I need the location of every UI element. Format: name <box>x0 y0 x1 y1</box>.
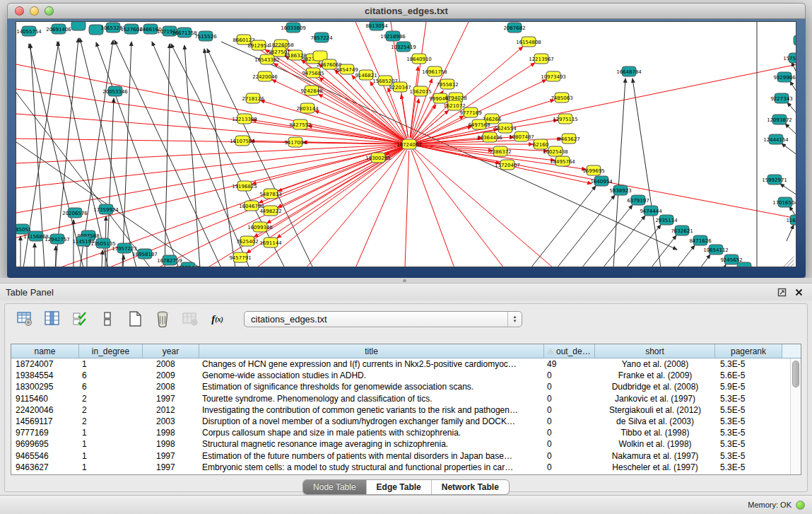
column-header-year[interactable]: year <box>143 344 199 358</box>
table-row[interactable]: 946554611997Estimation of the future num… <box>11 450 801 462</box>
panel-divider[interactable] <box>0 278 812 283</box>
column-header-name[interactable]: name <box>11 344 79 358</box>
node[interactable]: 20691406 <box>46 24 71 34</box>
scrollbar-thumb[interactable] <box>792 361 799 387</box>
svg-text:8813054: 8813054 <box>365 23 388 29</box>
column-header-short[interactable]: short <box>595 344 715 358</box>
node[interactable]: 17359924 <box>93 204 119 214</box>
column-select-icon[interactable] <box>42 310 61 328</box>
node[interactable]: 15751074 <box>783 53 796 63</box>
column-header-pagerank[interactable]: pagerank <box>715 344 782 358</box>
window-titlebar[interactable]: citations_edges.txt <box>7 3 806 19</box>
float-panel-icon[interactable] <box>777 287 787 297</box>
table-row[interactable]: 969969511998Structural magnetic resonanc… <box>11 438 801 450</box>
cited-node[interactable]: 7485063 <box>551 93 572 103</box>
cited-node[interactable]: 10973493 <box>541 71 566 81</box>
node[interactable]: 7515526 <box>194 31 217 41</box>
node[interactable]: 16648784 <box>616 66 642 76</box>
node[interactable]: 7857224 <box>310 33 333 42</box>
column-header-out_de[interactable]: △out_de… <box>544 344 595 358</box>
cited-node[interactable]: 9463627 <box>558 134 579 144</box>
node[interactable]: 12093872 <box>767 115 792 124</box>
table-row[interactable]: 2242004622012Investigating the contribut… <box>11 404 801 416</box>
table-row[interactable]: 1938455462009Genome-wide association stu… <box>11 370 801 381</box>
node[interactable]: 16782759 <box>157 255 182 265</box>
cited-node[interactable]: 9457791 <box>229 252 251 262</box>
node[interactable]: 10654112 <box>703 245 729 255</box>
tab-network-table[interactable]: Network Table <box>432 480 509 494</box>
node[interactable]: 2087682 <box>503 23 525 33</box>
node[interactable]: 9329966 <box>773 72 796 82</box>
node[interactable]: 5938923 <box>609 185 631 195</box>
table-row[interactable]: 1872400712008Changes of HCN gene express… <box>11 358 801 370</box>
tab-node-table[interactable]: Node Table <box>303 480 367 494</box>
delete-rows-icon[interactable] <box>153 310 172 328</box>
cited-node[interactable]: 20364436 <box>477 132 502 142</box>
network-canvas[interactable]: 1872400714055754206914061065328715276026… <box>16 21 796 267</box>
function-builder-icon[interactable]: f(x) <box>208 310 227 328</box>
cited-node[interactable]: 9417004 <box>284 137 307 147</box>
table-row[interactable]: 1830029562008Estimation of significance … <box>11 381 801 392</box>
cited-node[interactable]: 2803144 <box>296 103 319 113</box>
table-cell: 49 <box>544 359 595 369</box>
node[interactable]: 1640954 <box>590 176 613 186</box>
node[interactable]: 9474444 <box>640 206 662 216</box>
cited-node[interactable]: 1362015 <box>409 86 431 96</box>
cited-node[interactable]: 18640910 <box>406 54 432 64</box>
delete-table-icon[interactable] <box>180 310 199 328</box>
new-table-icon[interactable] <box>125 310 144 328</box>
table-cell: 2012 <box>143 405 199 415</box>
node[interactable] <box>737 262 751 267</box>
cited-node[interactable]: 7955812 <box>436 79 458 89</box>
close-panel-icon[interactable] <box>794 287 804 297</box>
node[interactable]: 19218986 <box>380 31 406 41</box>
table-cell: Nakamura et al. (1997) <box>595 451 715 461</box>
node[interactable]: 6379197 <box>627 195 649 205</box>
select-rows-icon[interactable] <box>70 310 89 328</box>
cited-node[interactable]: 19196825 <box>232 181 257 191</box>
node[interactable]: 8471626 <box>689 235 712 245</box>
table-row[interactable]: 911546021997Tourette syndrome. Phenomeno… <box>11 393 801 404</box>
node[interactable]: 16033809 <box>281 23 306 33</box>
table-settings-icon[interactable] <box>15 310 34 328</box>
table-row[interactable]: 977716911998Corpus callosum shape and si… <box>11 427 801 438</box>
table-selector-dropdown[interactable]: citations_edges.txt ▲▼ <box>244 311 522 327</box>
node[interactable]: 17016504 <box>772 197 796 207</box>
cited-node[interactable]: 7386372 <box>489 146 511 156</box>
cited-node[interactable]: 9777169 <box>459 107 481 117</box>
node[interactable] <box>794 35 796 45</box>
merge-rows-icon[interactable] <box>98 310 117 328</box>
table-cell: Franke et al. (2009) <box>595 370 715 380</box>
node[interactable]: 7632621 <box>671 226 693 235</box>
cited-node[interactable]: 1691144 <box>259 238 282 247</box>
table-row[interactable]: 1456911722003Disruption of a novel membe… <box>11 416 801 427</box>
cited-node[interactable]: 16154808 <box>516 37 541 47</box>
column-header-in_degree[interactable]: in_degree <box>79 344 143 358</box>
node[interactable]: 8813054 <box>365 22 388 30</box>
svg-text:10325419: 10325419 <box>391 45 416 50</box>
cited-node[interactable]: 12975115 <box>553 114 578 124</box>
table-vertical-scrollbar[interactable] <box>790 358 801 474</box>
cited-node[interactable]: 2718126 <box>242 93 264 103</box>
divider-handle-icon[interactable] <box>403 279 406 282</box>
table-cell: 0 <box>544 405 595 415</box>
cited-node[interactable]: 16961758 <box>422 66 447 76</box>
node[interactable]: 15992971 <box>762 175 787 185</box>
node[interactable]: 20206576 <box>62 208 88 218</box>
cited-node[interactable]: 62160 <box>533 139 548 149</box>
node[interactable] <box>71 22 86 30</box>
cited-node[interactable]: 22420046 <box>252 71 278 81</box>
cited-node[interactable]: 12213967 <box>529 54 554 64</box>
node[interactable]: 14055754 <box>16 26 42 36</box>
node[interactable]: 12444154 <box>763 134 789 144</box>
node[interactable]: 9227343 <box>770 93 792 103</box>
svg-text:12093872: 12093872 <box>767 117 792 123</box>
cited-node[interactable]: 16107554 <box>230 136 255 146</box>
tab-edge-table[interactable]: Edge Table <box>367 480 432 494</box>
cited-node[interactable]: 5624554 <box>494 123 517 133</box>
node[interactable]: 2935114 <box>655 215 678 225</box>
table-row[interactable]: 946362711997Embryonic stem cells: a mode… <box>11 462 801 473</box>
cited-node[interactable]: 9699695 <box>582 165 604 175</box>
resize-grip-icon[interactable] <box>784 257 794 267</box>
column-header-title[interactable]: title <box>199 344 544 358</box>
